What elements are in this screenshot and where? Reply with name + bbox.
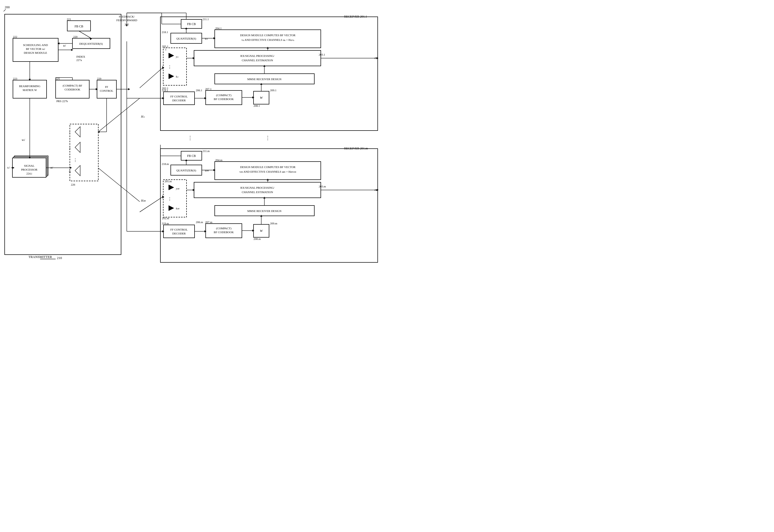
- h1-label: H₁: [141, 115, 145, 118]
- diagram-ref: 200: [5, 5, 10, 9]
- scheduling-ref: 222: [13, 35, 17, 38]
- ant-dots: ⋮: [73, 158, 77, 162]
- quantizer-r1-label: QUANTIZER(S): [176, 37, 196, 40]
- mmse-r1-label: MMSE RECEIVER DESIGN: [247, 78, 281, 81]
- rm-ant-dots: ⋮: [168, 197, 172, 201]
- ff-control-label2: CONTROL: [100, 89, 113, 92]
- beamforming-ref: 223: [13, 77, 17, 80]
- compact-bfcb-tx-label2: CODEBOOK: [64, 88, 80, 91]
- ff-decoder-r1-ref: 219.1: [162, 89, 168, 92]
- rx-signal-rm-box: [194, 182, 321, 198]
- fbcb-rm-label: FB CB: [187, 154, 196, 158]
- rm-antennas-box: [163, 180, 186, 217]
- design-module-rm-label2: v𝑚 AND EFFECTIVE CHANNELS u𝑚 = H𝑚v𝑚: [239, 170, 296, 173]
- arrow-ff-out: [128, 88, 130, 90]
- tx-antennas-box: [70, 124, 98, 181]
- signal-processor-label1: SIGNAL: [24, 164, 35, 167]
- ff-decoder-rm-box: [163, 225, 194, 238]
- channel-dots: ⋮: [187, 135, 193, 141]
- ant-num-n: N: [69, 170, 71, 173]
- rx-signal-r1-label2: CHANNEL ESTIMATION: [242, 59, 273, 62]
- ff-decoder-rm-ref: 219.m: [162, 222, 169, 225]
- compact-bfcb-rm-label2: BF CODEBOOK: [214, 231, 233, 234]
- index-label2: 227a: [76, 58, 82, 62]
- receiver-dots: ⋮: [265, 135, 270, 141]
- design-module-rm-label1: DESIGN MODULE COMPUTES BF VECTOR: [240, 165, 296, 169]
- fbcb-tx-label: FB CB: [74, 25, 83, 28]
- w-r1-label: W: [260, 96, 263, 100]
- quantizer-r1-ref: 218.1: [162, 31, 168, 34]
- svg-line-27: [140, 67, 163, 88]
- ff-decoder-rm-label2: DECODER: [172, 232, 186, 235]
- scheduling-label3: DESIGN MODULE: [24, 51, 47, 54]
- ant-num-1: 1: [69, 131, 71, 134]
- beamforming-label1: BEAMFORMING: [19, 85, 41, 88]
- hm-label: H𝑚: [141, 199, 146, 202]
- dequantizer-ref: 220: [73, 35, 78, 38]
- compact-bfcb-tx-label1: (COMPACT) BF: [63, 84, 82, 87]
- fbcb-tx-ref: 221: [67, 18, 71, 21]
- ff-control-ref: 229: [97, 77, 101, 80]
- fbcb-r1-label: FB CB: [187, 22, 196, 26]
- rx-signal-rm-ref: 203.m: [319, 185, 326, 188]
- receiverm-label: RECEIVER 201.m: [344, 147, 368, 150]
- compact-bfcb-r1-label1: (COMPACT): [216, 94, 231, 97]
- tx-ant-ref: 226: [71, 183, 75, 186]
- mmse-rm-label: MMSE RECEIVER DESIGN: [247, 209, 281, 212]
- k1-label: k₁: [176, 75, 178, 78]
- quantizer-rm-label: QUANTIZER(S): [176, 169, 196, 172]
- signal-processor-label3: 224.i: [26, 172, 32, 175]
- rx-signal-r1-label1: RX/SIGNAL PROCESSING/: [240, 54, 274, 57]
- ff-decoder-r1-box: [163, 92, 194, 105]
- compact-bfcb-rm-label1: (COMPACT): [216, 227, 231, 230]
- y1-label: y₁: [176, 55, 178, 58]
- ant-num-2: 2: [69, 147, 71, 150]
- rx-signal-r1-box: [194, 50, 321, 66]
- compact-bfcb-r1-label2: BF CODEBOOK: [214, 97, 233, 101]
- ff-control-label1: FF: [105, 85, 108, 88]
- compact-bfcb-rm-ref: 207.m: [205, 221, 212, 224]
- transmitter-label: TRANSMITTER: [28, 255, 52, 259]
- ff-decoder-rm-label1: FF CONTROL: [170, 228, 188, 231]
- ff-decoder-r1-label1: FF CONTROL: [170, 95, 188, 98]
- rm-ant-ref2: 202.m: [162, 217, 169, 220]
- fbcb-r1-ref: 211.1: [202, 18, 209, 21]
- design-module-r1-label1: DESIGN MODULE COMPUTES BF VECTOR: [240, 34, 296, 37]
- scheduling-label1: SCHEDULING AND: [23, 43, 48, 47]
- diagram: 200 TRANSMITTER 210 FB CB 221 SCHEDULING…: [0, 0, 387, 266]
- w-rm-label: W: [260, 229, 263, 233]
- u1-label: u₁: [205, 37, 208, 40]
- compact-bfcb-r1-ref: 207.1: [205, 87, 212, 90]
- rx-signal-rm-label2: CHANNEL ESTIMATION: [242, 191, 273, 194]
- r1-ant-ref: 205.1: [162, 45, 168, 48]
- design-module-rm-ref: 204.m: [215, 158, 222, 162]
- w-r1-ref1: 209.1: [270, 89, 276, 92]
- w-rm-ref2: 208.m: [253, 237, 261, 240]
- rm-ant-ref: 205.m: [164, 180, 172, 183]
- design-module-r1-ref: 204.1: [215, 27, 222, 30]
- signal-processor-label2: PROCESSOR: [21, 168, 38, 171]
- transmitter-ref: 210: [57, 256, 62, 260]
- r1-ant-dots: ⋮: [168, 65, 172, 69]
- scheduling-label2: BF VECTOR w𝑖: [26, 47, 45, 50]
- rx-signal-rm-label1: RX/SIGNAL PROCESSING/: [240, 186, 274, 189]
- km-label: k𝑚: [176, 207, 179, 210]
- rm-ref206: 206.m: [196, 221, 203, 224]
- w-rm-ref1: 209.m: [270, 222, 277, 225]
- fbcb-rm-ref: 211.m: [202, 149, 210, 153]
- prs-label: PRS 227b: [56, 100, 68, 103]
- w-r1-ref2: 208.1: [253, 104, 260, 107]
- beamforming-label2: MATRIX W: [22, 88, 37, 92]
- rx-signal-r1-ref: 203.1: [319, 53, 325, 56]
- ym-label: y𝑚: [176, 187, 179, 190]
- index-label: INDEX: [76, 55, 85, 58]
- receiver1-label: RECEIVER 201.1: [344, 15, 367, 18]
- um-label: u𝑚: [205, 169, 209, 172]
- r1-antennas-box: [163, 48, 186, 85]
- r1-ant-num1: 1: [165, 48, 167, 51]
- dequantizer-label: DEQUANTIZER(S): [79, 42, 103, 45]
- ff-decoder-r1-label2: DECODER: [172, 99, 186, 102]
- design-module-r1-label2: v₁ AND EFFECTIVE CHANNELS u₁ = H₁v₁: [241, 38, 294, 41]
- r1-ref206: 206.1: [196, 89, 202, 92]
- quantizer-rm-ref: 218.m: [162, 162, 169, 165]
